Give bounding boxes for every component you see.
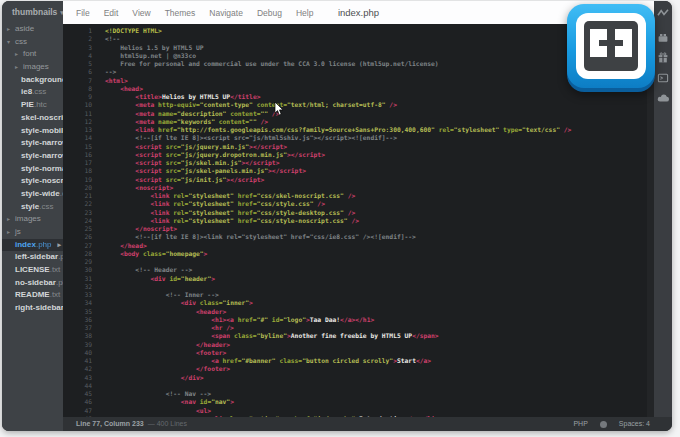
code-text: <!-- — [105, 35, 120, 42]
file-ie8.css[interactable]: ie8.css — [2, 86, 63, 99]
code-line[interactable]: 14 <!--[if lte IE 8]><script src="js/htm… — [63, 134, 647, 142]
gift-icon[interactable] — [657, 52, 669, 64]
code-line[interactable]: 32 — [63, 283, 647, 291]
menu-debug[interactable]: Debug — [257, 8, 282, 18]
cursor-position[interactable]: Line 77, Column 233 — [76, 420, 144, 427]
code-line[interactable]: 15 <script src="js/jquery.min.js"></scri… — [63, 143, 647, 151]
indent-setting[interactable]: Spaces: 4 — [619, 417, 650, 431]
folder-images[interactable]: ▸images — [2, 61, 63, 74]
folder-js[interactable]: ▸js — [2, 226, 63, 239]
code-line[interactable]: 38 <span class="byline">Another fine fre… — [63, 332, 647, 340]
code-line[interactable]: 28 <body class="homepage"> — [63, 250, 647, 258]
file-right-sidebar.php[interactable]: right-sidebar.php — [2, 302, 63, 315]
file-backgroundsize.min.htc[interactable]: backgroundsize.min.htc — [2, 74, 63, 87]
line-number: 21 — [63, 192, 92, 200]
code-line[interactable]: 24 <link rel="stylesheet" href="css/styl… — [63, 217, 647, 225]
code-line[interactable]: 25 </noscript> — [63, 225, 647, 233]
cloud-icon[interactable] — [657, 92, 669, 104]
code-line[interactable]: 41 <a href="#banner" class="button circl… — [63, 357, 647, 365]
disclosure-triangle-icon[interactable]: ▸ — [7, 213, 10, 226]
code-text: <span class="byline">Another fine freebi… — [105, 332, 439, 339]
code-line[interactable]: 46 <nav id="nav"> — [63, 398, 647, 406]
code-line[interactable]: 43 </div> — [63, 374, 647, 382]
code-line[interactable]: 17 <script src="js/skel.min.js"></script… — [63, 159, 647, 167]
code-line[interactable]: 42 </footer> — [63, 365, 647, 373]
code-line[interactable]: 1<!DOCTYPE HTML> — [63, 27, 647, 35]
file-style.css[interactable]: style.css — [2, 201, 63, 214]
code-text: <ul> — [105, 407, 211, 414]
folder-css[interactable]: ▾css — [2, 36, 63, 49]
menu-help[interactable]: Help — [296, 8, 313, 18]
language-mode[interactable]: PHP — [573, 417, 587, 431]
code-line[interactable]: 11 <meta name="description" content="" /… — [63, 110, 647, 118]
code-line[interactable]: 5 Free for personal and commercial use u… — [63, 60, 647, 68]
project-switcher[interactable]: thumbnails▾ — [2, 1, 63, 23]
file-style-narrower.css[interactable]: style-narrower.css — [2, 150, 63, 163]
code-line[interactable]: 8 <head> — [63, 85, 647, 93]
code-line[interactable]: 37 <hr /> — [63, 324, 647, 332]
menu-navigate[interactable]: Navigate — [209, 8, 243, 18]
line-number: 32 — [63, 283, 92, 291]
menu-themes[interactable]: Themes — [165, 8, 196, 18]
file-style-wide.css[interactable]: style-wide.css — [2, 188, 63, 201]
file-style-mobile.css[interactable]: style-mobile.css — [2, 125, 63, 138]
console-icon[interactable] — [657, 72, 669, 84]
file-no-sidebar.php[interactable]: no-sidebar.php — [2, 277, 63, 290]
file-style-narrow.css[interactable]: style-narrow.css — [2, 137, 63, 150]
disclosure-triangle-icon[interactable]: ▾ — [7, 36, 10, 49]
menu-view[interactable]: View — [132, 8, 150, 18]
folder-aside[interactable]: ▸aside — [2, 23, 63, 36]
disclosure-triangle-icon[interactable]: ▸ — [15, 48, 18, 61]
code-line[interactable]: 4 html5up.net | @n33co — [63, 52, 647, 60]
code-line[interactable]: 21 <link rel="stylesheet" href="css/skel… — [63, 192, 647, 200]
code-line[interactable]: 44 — [63, 382, 647, 390]
code-line[interactable]: 19 <script src="js/init.js"></script> — [63, 176, 647, 184]
code-line[interactable]: 45 <!-- Nav --> — [63, 390, 647, 398]
code-line[interactable]: 18 <script src="js/skel-panels.min.js"><… — [63, 167, 647, 175]
folder-images[interactable]: ▸images — [2, 213, 63, 226]
file-style-normal.css[interactable]: style-normal.css — [2, 163, 63, 176]
menu-edit[interactable]: Edit — [104, 8, 119, 18]
code-line[interactable]: 2<!-- — [63, 35, 647, 43]
file-LICENSE.txt[interactable]: LICENSE.txt — [2, 264, 63, 277]
lint-status-icon[interactable] — [600, 421, 607, 428]
code-line[interactable]: 10 <meta http-equiv="content-type" conte… — [63, 101, 647, 109]
line-number: 26 — [63, 233, 92, 241]
code-line[interactable]: 16 <script src="js/jquery.dropotron.min.… — [63, 151, 647, 159]
file-skel-noscript.css[interactable]: skel-noscript.css — [2, 112, 63, 125]
code-line[interactable]: 47 <ul> — [63, 407, 647, 415]
code-line[interactable]: 39 </header> — [63, 341, 647, 349]
disclosure-triangle-icon[interactable]: ▸ — [15, 61, 18, 74]
code-line[interactable]: 22 <link rel="stylesheet" href="css/styl… — [63, 200, 647, 208]
file-left-sidebar.php[interactable]: left-sidebar.php — [2, 251, 63, 264]
live-preview-icon[interactable] — [657, 7, 669, 19]
file-README.txt[interactable]: README.txt — [2, 289, 63, 302]
code-line[interactable]: 34 <div class="inner"> — [63, 299, 647, 307]
file-PIE.htc[interactable]: PIE.htc — [2, 99, 63, 112]
file-style-noscript.css[interactable]: style-noscript.css — [2, 175, 63, 188]
code-text: <script src="js/init.js"></script> — [105, 176, 264, 183]
code-line[interactable]: 12 <meta name="keywords" content="" /> — [63, 118, 647, 126]
code-line[interactable]: 30 <!-- Header --> — [63, 266, 647, 274]
disclosure-triangle-icon[interactable]: ▸ — [7, 226, 10, 239]
code-line[interactable]: 29 — [63, 258, 647, 266]
code-line[interactable]: 3 Helios 1.5 by HTML5 UP — [63, 44, 647, 52]
code-line[interactable]: 26 <!--[if lte IE 8]><link rel="styleshe… — [63, 233, 647, 241]
code-line[interactable]: 13 <link href="http://fonts.googleapis.c… — [63, 126, 647, 134]
code-line[interactable]: 9 <title>Helios by HTML5 UP</title> — [63, 93, 647, 101]
code-line[interactable]: 35 <header> — [63, 308, 647, 316]
code-line[interactable]: 36 <h1><a href="#" id="logo">Taa Daa!</a… — [63, 316, 647, 324]
code-line[interactable]: 20 <noscript> — [63, 184, 647, 192]
extension-manager-icon[interactable] — [657, 32, 669, 44]
menu-file[interactable]: File — [76, 8, 90, 18]
code-line[interactable]: 33 <!-- Inner --> — [63, 291, 647, 299]
code-line[interactable]: 27 </head> — [63, 242, 647, 250]
folder-font[interactable]: ▸font — [2, 48, 63, 61]
code-line[interactable]: 7<html> — [63, 77, 647, 85]
file-index.php[interactable]: index.php▸ — [2, 239, 63, 252]
disclosure-triangle-icon[interactable]: ▸ — [7, 23, 10, 36]
code-line[interactable]: 31 <div id="header"> — [63, 275, 647, 283]
code-line[interactable]: 40 <footer> — [63, 349, 647, 357]
code-line[interactable]: 23 <link rel="stylesheet" href="css/styl… — [63, 209, 647, 217]
code-line[interactable]: 6--> — [63, 68, 647, 76]
